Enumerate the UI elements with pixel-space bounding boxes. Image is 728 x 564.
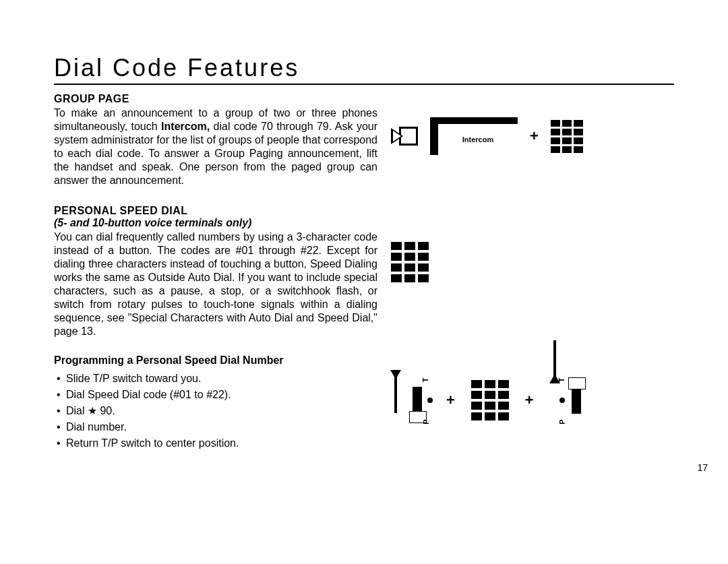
figure-column: Intercom +: [391, 90, 674, 451]
programming-heading: Programming a Personal Speed Dial Number: [54, 354, 377, 367]
switch-down-group: T P: [391, 373, 430, 427]
group-page-body: To make an announcement to a group of tw…: [54, 106, 377, 187]
two-column-layout: GROUP PAGE To make an announcement to a …: [54, 90, 674, 451]
step-item: Dial number.: [66, 419, 377, 435]
switch-label-p: P: [422, 419, 430, 424]
speed-dial-body: You can dial frequently called numbers b…: [54, 230, 377, 338]
figure-programming: T P + +: [391, 373, 589, 427]
plus-icon: +: [446, 391, 455, 409]
tp-switch-down-icon: T P: [403, 373, 430, 427]
programming-steps-list: Slide T/P switch toward you. Dial Speed …: [54, 371, 377, 451]
switch-label-t: T: [557, 378, 566, 383]
tp-switch-up-icon: T P: [562, 373, 589, 427]
group-page-heading: GROUP PAGE: [54, 93, 377, 105]
page-title: Dial Code Features: [54, 54, 674, 85]
speed-dial-section: PERSONAL SPEED DIAL (5- and 10-button vo…: [54, 205, 377, 338]
figure-speed-dial: [391, 242, 429, 282]
page-number: 17: [697, 462, 708, 473]
page: Dial Code Features GROUP PAGE To make an…: [0, 0, 728, 564]
step-item: Dial Speed Dial code (#01 to #22).: [66, 387, 377, 403]
step-item: Slide T/P switch toward you.: [66, 371, 377, 387]
switch-label-p: P: [557, 419, 566, 424]
keypad-icon: [551, 120, 583, 153]
keypad-icon: [471, 380, 509, 420]
switch-up-group: T P: [550, 373, 589, 427]
intercom-button-graphic: Intercom: [430, 117, 518, 155]
step-item: Dial ★ 90.: [66, 403, 377, 419]
content-area: Dial Code Features GROUP PAGE To make an…: [54, 54, 674, 451]
intercom-bold-word: Intercom,: [161, 121, 210, 132]
step-item: Return T/P switch to center position.: [66, 435, 377, 451]
speed-dial-heading: PERSONAL SPEED DIAL: [54, 205, 377, 217]
switch-label-t: T: [421, 378, 429, 383]
plus-icon: +: [525, 391, 534, 409]
triangle-icon: [391, 128, 403, 144]
keypad-icon: [391, 242, 429, 282]
arrow-down-icon: [391, 377, 402, 424]
plus-icon: +: [530, 127, 539, 145]
intercom-button-label: Intercom: [462, 135, 493, 144]
intercom-button-face: Intercom: [438, 124, 518, 155]
text-column: GROUP PAGE To make an announcement to a …: [54, 90, 377, 451]
figure-group-page: Intercom +: [391, 117, 583, 155]
speaker-icon: [391, 127, 418, 146]
speed-dial-subheading: (5- and 10-button voice terminals only): [54, 217, 377, 229]
